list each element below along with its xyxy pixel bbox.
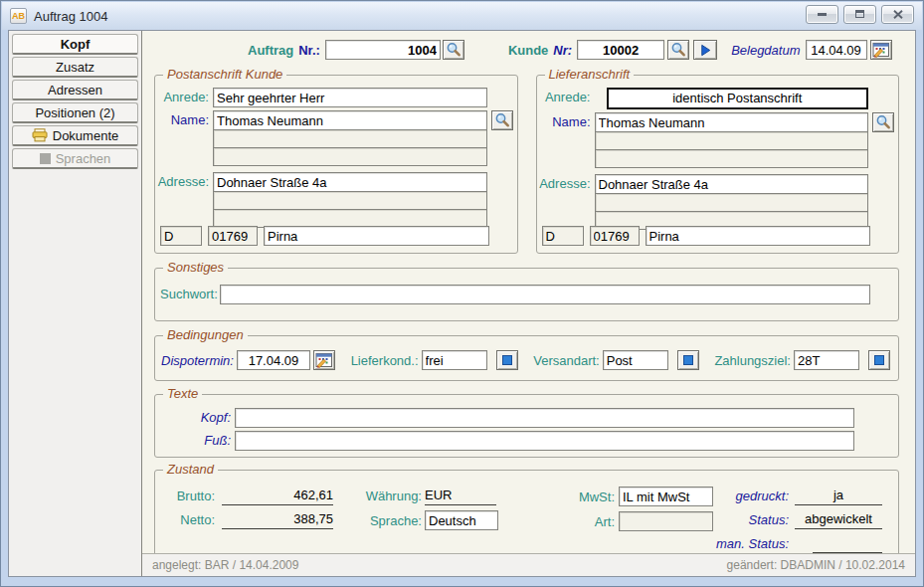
post-plz-input[interactable] xyxy=(208,226,258,246)
minimize-icon xyxy=(818,13,827,16)
auftrag-search-button[interactable] xyxy=(443,40,464,60)
app-window: AB Auftrag 1004 Kopf Zusatz Adressen Pos… xyxy=(0,0,924,587)
close-icon xyxy=(893,10,903,19)
belegdatum-input[interactable] xyxy=(806,40,867,60)
gedruckt-value: ja xyxy=(795,487,882,505)
geaendert-text: geändert: DBADMIN / 10.02.2014 xyxy=(727,558,905,572)
printer-icon xyxy=(32,128,48,142)
calendar-icon xyxy=(872,42,890,58)
blue-square-icon xyxy=(502,355,512,365)
tab-positionen[interactable]: Positionen (2) xyxy=(12,102,138,123)
kopftext-input[interactable] xyxy=(235,408,854,428)
address-section: Postanschrift Kunde Anrede: Name: xyxy=(154,75,899,254)
name-label: Name: xyxy=(155,110,213,130)
status-value: abgewickelt xyxy=(795,510,882,529)
statusbar: angelegt: BAR / 14.04.2009 geändert: DBA… xyxy=(142,553,915,576)
lieferkond-lookup-button[interactable] xyxy=(496,350,518,370)
kunde-search-button[interactable] xyxy=(667,40,689,60)
goto-kunde-button[interactable] xyxy=(693,40,717,60)
main-panel: Auftrag Nr.: Kunde Nr: Belegdatum xyxy=(141,31,915,576)
belegdatum-label: Belegdatum xyxy=(731,43,800,58)
identisch-postanschrift-button[interactable]: identisch Postanschrift xyxy=(607,88,869,109)
dispotermin-label: Dispotermin: xyxy=(161,353,234,368)
post-ort-input[interactable] xyxy=(264,226,489,246)
search-icon xyxy=(875,114,891,130)
zustand-group: Zustand Brutto: 462,61 Netto: 388,75 Wäh… xyxy=(154,470,899,556)
calendar-icon xyxy=(315,352,333,368)
versandart-input[interactable] xyxy=(603,350,668,370)
adresse-label: Adresse: xyxy=(155,172,213,192)
lieferkond-input[interactable] xyxy=(422,350,487,370)
blue-square-icon xyxy=(874,355,884,365)
dispotermin-calendar-button[interactable] xyxy=(313,350,335,370)
tab-kopf[interactable]: Kopf xyxy=(12,34,138,55)
tab-dokumente[interactable]: Dokumente xyxy=(12,125,138,146)
netto-value: 388,75 xyxy=(222,510,333,529)
versandart-lookup-button[interactable] xyxy=(677,350,699,370)
auftrag-label: Auftrag xyxy=(248,43,293,58)
man-status-value xyxy=(813,534,882,553)
search-icon xyxy=(494,112,510,128)
liefer-name-search-button[interactable] xyxy=(872,112,894,132)
bedingungen-legend: Bedingungen xyxy=(163,327,248,342)
kunde-nr-label: Nr: xyxy=(553,43,572,58)
anrede-label: Anrede: xyxy=(537,88,595,107)
liefer-ort-input[interactable] xyxy=(646,226,871,246)
arrow-right-icon xyxy=(698,43,713,58)
post-adresse-input[interactable] xyxy=(213,172,487,192)
kunde-nr-input[interactable] xyxy=(577,40,664,60)
tab-adressen[interactable]: Adressen xyxy=(12,80,138,100)
anrede-label: Anrede: xyxy=(155,88,213,107)
liefer-adresse-input[interactable] xyxy=(595,174,869,194)
titlebar: AB Auftrag 1004 xyxy=(2,2,922,30)
postanschrift-group: Postanschrift Kunde Anrede: Name: xyxy=(154,75,518,254)
suchwort-input[interactable] xyxy=(220,285,870,304)
lieferkond-label: Lieferkond.: xyxy=(351,353,419,368)
post-name-input[interactable] xyxy=(213,110,487,130)
fuss-label: Fuß: xyxy=(161,431,235,451)
auftrag-nr-input[interactable] xyxy=(325,40,441,60)
lieferanschrift-legend: Lieferanschrift xyxy=(545,67,635,82)
art-label: Art: xyxy=(573,514,615,529)
liefer-name-input[interactable] xyxy=(595,112,869,132)
dispotermin-input[interactable] xyxy=(237,350,310,370)
netto-label: Netto: xyxy=(167,512,215,527)
sprache-input[interactable] xyxy=(425,510,498,530)
kopf-label: Kopf: xyxy=(161,408,235,428)
liefer-name3-input[interactable] xyxy=(595,149,869,168)
blue-square-icon xyxy=(683,355,693,365)
tab-sprachen: Sprachen xyxy=(12,148,138,169)
gedruckt-label: gedruckt: xyxy=(697,489,789,503)
post-anrede-input[interactable] xyxy=(213,88,487,107)
post-name-search-button[interactable] xyxy=(491,110,513,130)
liefer-plz-input[interactable] xyxy=(590,226,640,246)
post-land-input[interactable] xyxy=(160,226,202,246)
liefer-land-input[interactable] xyxy=(542,226,584,246)
window-title: Auftrag 1004 xyxy=(34,9,107,24)
tab-zusatz[interactable]: Zusatz xyxy=(12,57,138,78)
close-button[interactable] xyxy=(881,5,914,24)
texte-legend: Texte xyxy=(163,386,202,401)
zahlungsziel-lookup-button[interactable] xyxy=(868,350,890,370)
suchwort-label: Suchwort: xyxy=(160,285,220,304)
name-label: Name: xyxy=(537,112,595,132)
restore-button[interactable] xyxy=(843,5,876,24)
man-status-label: man. Status: xyxy=(697,536,789,551)
belegdatum-calendar-button[interactable] xyxy=(870,40,892,60)
zahlungsziel-input[interactable] xyxy=(794,350,859,370)
liefer-name2-input[interactable] xyxy=(595,131,869,150)
texte-group: Texte Kopf: Fuß: xyxy=(154,394,899,458)
window-controls xyxy=(806,5,914,24)
liefer-adresse2-input[interactable] xyxy=(595,193,869,212)
fusstext-input[interactable] xyxy=(235,431,854,451)
sidebar: Kopf Zusatz Adressen Positionen (2) Doku… xyxy=(9,31,141,576)
postanschrift-legend: Postanschrift Kunde xyxy=(163,67,286,82)
lieferanschrift-group: Lieferanschrift Anrede: identisch Postan… xyxy=(536,75,900,254)
search-icon xyxy=(670,42,686,58)
versandart-label: Versandart: xyxy=(533,353,600,368)
post-name2-input[interactable] xyxy=(213,129,487,148)
post-adresse2-input[interactable] xyxy=(213,191,487,210)
auftrag-nr-label: Nr.: xyxy=(298,43,320,58)
minimize-button[interactable] xyxy=(806,5,838,24)
post-name3-input[interactable] xyxy=(213,147,487,166)
